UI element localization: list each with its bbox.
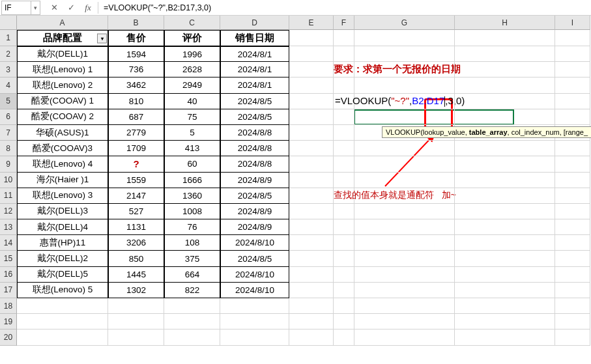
cell-F3[interactable]: 要求：求第一个无报价的日期 [334, 62, 354, 77]
cell-H17[interactable] [455, 283, 555, 298]
col-header-I[interactable]: I [555, 16, 590, 30]
cell-B10[interactable]: 1559 [108, 173, 164, 188]
cell-B4[interactable]: 3462 [108, 77, 164, 93]
row-header-18[interactable]: 18 [0, 298, 17, 314]
cell-C5[interactable]: 40 [164, 94, 220, 109]
row-header-5[interactable]: 5 [0, 94, 17, 109]
cell-G8[interactable] [354, 141, 455, 156]
cell-H9[interactable] [455, 156, 555, 172]
cell-G20[interactable] [354, 329, 455, 345]
name-box-dropdown[interactable]: ▾ [31, 1, 40, 15]
cell-H3[interactable] [455, 62, 555, 77]
row-header-20[interactable]: 20 [0, 329, 17, 345]
cell-H15[interactable] [455, 251, 555, 266]
cell-E8[interactable] [289, 141, 334, 156]
cell-B1[interactable]: 售价 [108, 30, 164, 46]
cell-B20[interactable] [108, 329, 164, 345]
cell-D6[interactable]: 2024/8/5 [220, 109, 289, 125]
cell-E20[interactable] [289, 329, 334, 345]
cell-I19[interactable] [555, 314, 590, 329]
cell-G15[interactable] [354, 251, 455, 266]
filter-dropdown-icon[interactable]: ▾ [97, 33, 107, 43]
fx-icon[interactable]: fx [79, 1, 96, 15]
cell-D7[interactable]: 2024/8/8 [220, 125, 289, 141]
select-all-corner[interactable] [0, 16, 17, 30]
cell-C12[interactable]: 1008 [164, 204, 220, 219]
cell-C10[interactable]: 1666 [164, 173, 220, 188]
row-header-11[interactable]: 11 [0, 188, 17, 204]
col-header-E[interactable]: E [289, 16, 334, 30]
cell-D20[interactable] [220, 329, 289, 345]
cell-I3[interactable] [555, 62, 590, 77]
cell-G3[interactable] [354, 62, 455, 77]
cell-E6[interactable] [289, 109, 334, 125]
cell-F2[interactable] [334, 46, 354, 62]
cell-A8[interactable]: 酷爱(COOAV)3 [17, 141, 108, 156]
col-header-G[interactable]: G [354, 16, 455, 30]
cell-D14[interactable]: 2024/8/10 [220, 235, 289, 251]
cell-H5[interactable] [455, 94, 555, 109]
cell-A17[interactable]: 联想(Lenovo) 5 [17, 283, 108, 298]
cancel-formula-icon[interactable]: ✕ [46, 1, 63, 15]
cell-H20[interactable] [455, 329, 555, 345]
cell-E2[interactable] [289, 46, 334, 62]
cell-G17[interactable] [354, 283, 455, 298]
cell-B16[interactable]: 1445 [108, 267, 164, 283]
cell-F19[interactable] [334, 314, 354, 329]
cell-I17[interactable] [555, 283, 590, 298]
cell-H10[interactable] [455, 173, 555, 188]
row-header-10[interactable]: 10 [0, 173, 17, 188]
cell-F4[interactable] [334, 77, 354, 93]
cell-C3[interactable]: 2628 [164, 62, 220, 77]
cell-C4[interactable]: 2949 [164, 77, 220, 93]
cell-D18[interactable] [220, 298, 289, 314]
cell-I1[interactable] [555, 30, 590, 46]
cell-G12[interactable] [354, 204, 455, 219]
cell-G16[interactable] [354, 267, 455, 283]
cell-D11[interactable]: 2024/8/5 [220, 188, 289, 204]
cell-F20[interactable] [334, 329, 354, 345]
cell-F15[interactable] [334, 251, 354, 266]
cell-I14[interactable] [555, 235, 590, 251]
row-header-2[interactable]: 2 [0, 46, 17, 62]
cell-B12[interactable]: 527 [108, 204, 164, 219]
cell-A7[interactable]: 华硕(ASUS)1 [17, 125, 108, 141]
cell-I20[interactable] [555, 329, 590, 345]
cell-H8[interactable] [455, 141, 555, 156]
cell-I8[interactable] [555, 141, 590, 156]
cell-A14[interactable]: 惠普(HP)11 [17, 235, 108, 251]
cell-F6[interactable] [334, 109, 354, 125]
cell-I6[interactable] [555, 109, 590, 125]
cell-F18[interactable] [334, 298, 354, 314]
cell-E15[interactable] [289, 251, 334, 266]
cell-F7[interactable] [334, 125, 354, 141]
cell-A18[interactable] [17, 298, 108, 314]
row-header-4[interactable]: 4 [0, 77, 17, 93]
cell-E7[interactable] [289, 125, 334, 141]
cell-F1[interactable] [334, 30, 354, 46]
cell-A10[interactable]: 海尔(Haier )1 [17, 173, 108, 188]
cell-E12[interactable] [289, 204, 334, 219]
cell-H14[interactable] [455, 235, 555, 251]
cell-C15[interactable]: 375 [164, 251, 220, 266]
cell-B7[interactable]: 2779 [108, 125, 164, 141]
cell-E9[interactable] [289, 156, 334, 172]
cell-B8[interactable]: 1709 [108, 141, 164, 156]
cell-A3[interactable]: 联想(Lenovo) 1 [17, 62, 108, 77]
cell-G1[interactable] [354, 30, 455, 46]
cell-I18[interactable] [555, 298, 590, 314]
row-header-1[interactable]: 1 [0, 30, 17, 46]
cell-E16[interactable] [289, 267, 334, 283]
cell-D15[interactable]: 2024/8/5 [220, 251, 289, 266]
cell-B15[interactable]: 850 [108, 251, 164, 266]
cell-G19[interactable] [354, 314, 455, 329]
col-header-F[interactable]: F [334, 16, 354, 30]
cell-H13[interactable] [455, 219, 555, 235]
cell-G5[interactable] [354, 94, 455, 109]
row-header-6[interactable]: 6 [0, 109, 17, 125]
cell-E4[interactable] [289, 77, 334, 93]
cell-C20[interactable] [164, 329, 220, 345]
row-header-13[interactable]: 13 [0, 219, 17, 235]
cell-I2[interactable] [555, 46, 590, 62]
cell-A12[interactable]: 戴尔(DELL)3 [17, 204, 108, 219]
